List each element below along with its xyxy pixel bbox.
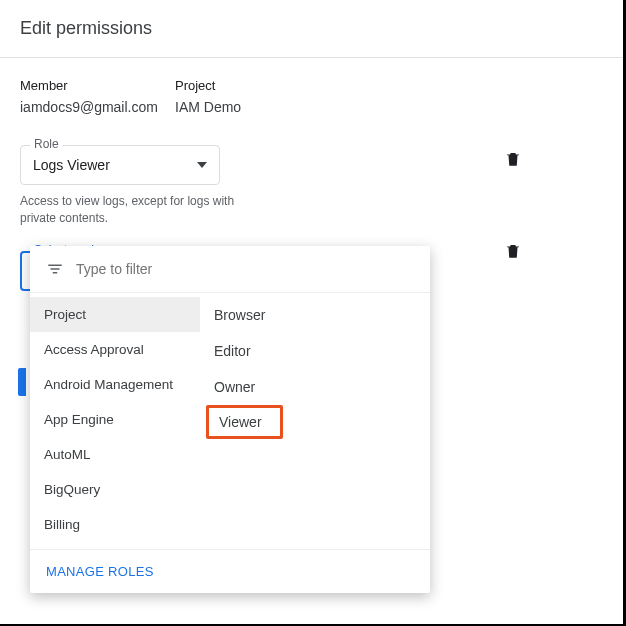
role-item-browser[interactable]: Browser (200, 297, 279, 333)
edit-permissions-panel: Edit permissions Member iamdocs9@gmail.c… (0, 0, 626, 626)
panel-title: Edit permissions (20, 18, 603, 39)
category-item-app-engine[interactable]: App Engine (30, 402, 200, 437)
trash-icon (504, 150, 522, 168)
role-item-viewer[interactable]: Viewer (206, 405, 283, 439)
category-item-project[interactable]: Project (30, 297, 200, 332)
filter-input[interactable] (76, 261, 276, 277)
roles-column: Browser Editor Owner Viewer (200, 293, 430, 549)
role-1-select[interactable]: Logs Viewer (20, 145, 220, 185)
role-1-helper: Access to view logs, except for logs wit… (20, 193, 270, 227)
project-value: IAM Demo (175, 99, 330, 115)
category-item-automl[interactable]: AutoML (30, 437, 200, 472)
member-col: Member iamdocs9@gmail.com (20, 78, 175, 115)
delete-role-2-button[interactable] (504, 242, 522, 264)
category-item-billing[interactable]: Billing (30, 507, 200, 542)
manage-roles-button[interactable]: MANAGE ROLES (30, 549, 430, 593)
category-column[interactable]: Project Access Approval Android Manageme… (30, 293, 200, 549)
role-item-editor[interactable]: Editor (200, 333, 265, 369)
dropdown-icon (197, 162, 207, 168)
category-item-android-management[interactable]: Android Management (30, 367, 200, 402)
panel-header: Edit permissions (0, 0, 623, 58)
category-item-bigquery[interactable]: BigQuery (30, 472, 200, 507)
project-col: Project IAM Demo (175, 78, 330, 115)
delete-role-1-button[interactable] (504, 150, 522, 172)
info-row: Member iamdocs9@gmail.com Project IAM De… (20, 78, 603, 115)
member-label: Member (20, 78, 175, 93)
role-picker-popup: Project Access Approval Android Manageme… (30, 246, 430, 593)
project-label: Project (175, 78, 330, 93)
trash-icon (504, 242, 522, 260)
picker-columns: Project Access Approval Android Manageme… (30, 293, 430, 549)
role-1-value: Logs Viewer (33, 157, 110, 173)
role-1-legend: Role (30, 137, 63, 151)
filter-icon (46, 260, 64, 278)
role-item-owner[interactable]: Owner (200, 369, 269, 405)
category-item-access-approval[interactable]: Access Approval (30, 332, 200, 367)
member-value: iamdocs9@gmail.com (20, 99, 175, 115)
filter-bar (30, 246, 430, 293)
save-button-stub[interactable] (18, 368, 26, 396)
category-item-binary-authorization[interactable]: Binary Authorization (30, 542, 200, 549)
